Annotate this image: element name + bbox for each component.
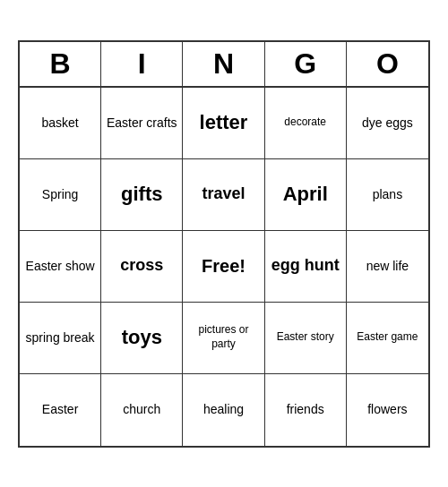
cell-r3-c4: Easter game <box>347 303 428 374</box>
bingo-grid: basketEaster craftsletterdecoratedye egg… <box>20 88 428 446</box>
cell-r2-c2: Free! <box>183 231 264 303</box>
header-letter-g: G <box>265 42 347 86</box>
cell-r0-c0: basket <box>20 88 101 159</box>
cell-r1-c4: plans <box>347 159 428 231</box>
header-letter-i: I <box>101 42 183 86</box>
cell-r0-c3: decorate <box>265 88 347 159</box>
cell-r2-c1: cross <box>101 231 183 303</box>
cell-r0-c4: dye eggs <box>347 88 428 159</box>
cell-r4-c2: healing <box>183 374 264 446</box>
cell-r4-c4: flowers <box>347 374 428 446</box>
cell-r0-c2: letter <box>183 88 264 159</box>
cell-r3-c3: Easter story <box>265 303 347 374</box>
cell-r2-c0: Easter show <box>20 231 101 303</box>
cell-r1-c2: travel <box>183 159 264 231</box>
bingo-card: BINGO basketEaster craftsletterdecorated… <box>18 40 430 448</box>
header-letter-o: O <box>347 42 428 86</box>
cell-r1-c3: April <box>265 159 347 231</box>
cell-r1-c1: gifts <box>101 159 183 231</box>
cell-r3-c0: spring break <box>20 303 101 374</box>
cell-r1-c0: Spring <box>20 159 101 231</box>
cell-r2-c4: new life <box>347 231 428 303</box>
bingo-header: BINGO <box>20 42 428 88</box>
cell-r2-c3: egg hunt <box>265 231 347 303</box>
header-letter-n: N <box>183 42 264 86</box>
header-letter-b: B <box>20 42 101 86</box>
cell-r3-c2: pictures or party <box>183 303 264 374</box>
cell-r3-c1: toys <box>101 303 183 374</box>
cell-r4-c0: Easter <box>20 374 101 446</box>
cell-r0-c1: Easter crafts <box>101 88 183 159</box>
cell-r4-c1: church <box>101 374 183 446</box>
cell-r4-c3: friends <box>265 374 347 446</box>
